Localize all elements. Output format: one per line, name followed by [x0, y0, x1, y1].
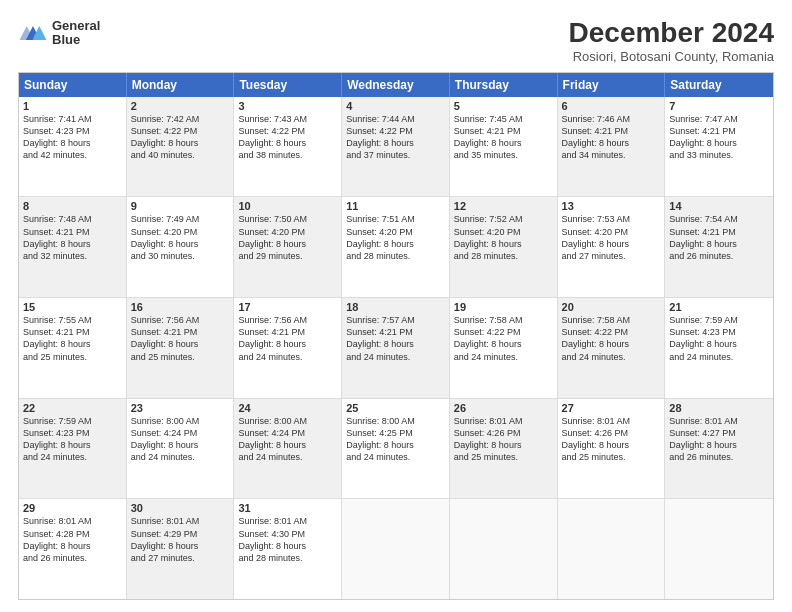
cell-details: Sunrise: 8:01 AM Sunset: 4:30 PM Dayligh…: [238, 515, 337, 564]
cell-details: Sunrise: 7:41 AM Sunset: 4:23 PM Dayligh…: [23, 113, 122, 162]
cell-details: Sunrise: 7:57 AM Sunset: 4:21 PM Dayligh…: [346, 314, 445, 363]
cal-cell-7: 7Sunrise: 7:47 AM Sunset: 4:21 PM Daylig…: [665, 97, 773, 197]
cell-details: Sunrise: 7:53 AM Sunset: 4:20 PM Dayligh…: [562, 213, 661, 262]
cal-cell-5: 5Sunrise: 7:45 AM Sunset: 4:21 PM Daylig…: [450, 97, 558, 197]
day-number: 8: [23, 200, 122, 212]
calendar: SundayMondayTuesdayWednesdayThursdayFrid…: [18, 72, 774, 600]
cal-cell-3: 3Sunrise: 7:43 AM Sunset: 4:22 PM Daylig…: [234, 97, 342, 197]
cal-cell-30: 30Sunrise: 8:01 AM Sunset: 4:29 PM Dayli…: [127, 499, 235, 599]
cal-cell-27: 27Sunrise: 8:01 AM Sunset: 4:26 PM Dayli…: [558, 399, 666, 499]
day-number: 3: [238, 100, 337, 112]
day-number: 15: [23, 301, 122, 313]
cal-cell-2: 2Sunrise: 7:42 AM Sunset: 4:22 PM Daylig…: [127, 97, 235, 197]
day-number: 9: [131, 200, 230, 212]
day-header-thursday: Thursday: [450, 73, 558, 97]
cal-cell-20: 20Sunrise: 7:58 AM Sunset: 4:22 PM Dayli…: [558, 298, 666, 398]
day-number: 18: [346, 301, 445, 313]
cell-details: Sunrise: 7:44 AM Sunset: 4:22 PM Dayligh…: [346, 113, 445, 162]
title-block: December 2024 Rosiori, Botosani County, …: [569, 18, 774, 64]
day-number: 6: [562, 100, 661, 112]
cal-cell-11: 11Sunrise: 7:51 AM Sunset: 4:20 PM Dayli…: [342, 197, 450, 297]
day-number: 12: [454, 200, 553, 212]
cal-cell-15: 15Sunrise: 7:55 AM Sunset: 4:21 PM Dayli…: [19, 298, 127, 398]
cal-cell-24: 24Sunrise: 8:00 AM Sunset: 4:24 PM Dayli…: [234, 399, 342, 499]
day-number: 31: [238, 502, 337, 514]
week-row-2: 8Sunrise: 7:48 AM Sunset: 4:21 PM Daylig…: [19, 196, 773, 297]
cal-cell-14: 14Sunrise: 7:54 AM Sunset: 4:21 PM Dayli…: [665, 197, 773, 297]
day-number: 23: [131, 402, 230, 414]
logo-line2: Blue: [52, 33, 100, 47]
day-number: 21: [669, 301, 769, 313]
day-header-wednesday: Wednesday: [342, 73, 450, 97]
cell-details: Sunrise: 7:52 AM Sunset: 4:20 PM Dayligh…: [454, 213, 553, 262]
logo-icon: [18, 18, 48, 48]
cal-cell-empty-4: [450, 499, 558, 599]
day-number: 7: [669, 100, 769, 112]
cell-details: Sunrise: 7:46 AM Sunset: 4:21 PM Dayligh…: [562, 113, 661, 162]
cal-cell-4: 4Sunrise: 7:44 AM Sunset: 4:22 PM Daylig…: [342, 97, 450, 197]
logo-text: General Blue: [52, 19, 100, 48]
cell-details: Sunrise: 7:45 AM Sunset: 4:21 PM Dayligh…: [454, 113, 553, 162]
page: General Blue December 2024 Rosiori, Boto…: [0, 0, 792, 612]
logo-line1: General: [52, 19, 100, 33]
cell-details: Sunrise: 8:00 AM Sunset: 4:25 PM Dayligh…: [346, 415, 445, 464]
cell-details: Sunrise: 7:43 AM Sunset: 4:22 PM Dayligh…: [238, 113, 337, 162]
day-number: 25: [346, 402, 445, 414]
cal-cell-9: 9Sunrise: 7:49 AM Sunset: 4:20 PM Daylig…: [127, 197, 235, 297]
cal-cell-empty-3: [342, 499, 450, 599]
day-number: 20: [562, 301, 661, 313]
cell-details: Sunrise: 7:42 AM Sunset: 4:22 PM Dayligh…: [131, 113, 230, 162]
cal-cell-empty-6: [665, 499, 773, 599]
week-row-3: 15Sunrise: 7:55 AM Sunset: 4:21 PM Dayli…: [19, 297, 773, 398]
day-number: 2: [131, 100, 230, 112]
day-number: 22: [23, 402, 122, 414]
cell-details: Sunrise: 7:58 AM Sunset: 4:22 PM Dayligh…: [454, 314, 553, 363]
cell-details: Sunrise: 7:56 AM Sunset: 4:21 PM Dayligh…: [238, 314, 337, 363]
cell-details: Sunrise: 7:51 AM Sunset: 4:20 PM Dayligh…: [346, 213, 445, 262]
cal-cell-1: 1Sunrise: 7:41 AM Sunset: 4:23 PM Daylig…: [19, 97, 127, 197]
day-header-monday: Monday: [127, 73, 235, 97]
cal-cell-10: 10Sunrise: 7:50 AM Sunset: 4:20 PM Dayli…: [234, 197, 342, 297]
calendar-body: 1Sunrise: 7:41 AM Sunset: 4:23 PM Daylig…: [19, 97, 773, 599]
week-row-5: 29Sunrise: 8:01 AM Sunset: 4:28 PM Dayli…: [19, 498, 773, 599]
cell-details: Sunrise: 7:58 AM Sunset: 4:22 PM Dayligh…: [562, 314, 661, 363]
week-row-4: 22Sunrise: 7:59 AM Sunset: 4:23 PM Dayli…: [19, 398, 773, 499]
cal-cell-19: 19Sunrise: 7:58 AM Sunset: 4:22 PM Dayli…: [450, 298, 558, 398]
day-number: 1: [23, 100, 122, 112]
day-number: 13: [562, 200, 661, 212]
cell-details: Sunrise: 8:01 AM Sunset: 4:27 PM Dayligh…: [669, 415, 769, 464]
subtitle: Rosiori, Botosani County, Romania: [569, 49, 774, 64]
day-header-saturday: Saturday: [665, 73, 773, 97]
cal-cell-16: 16Sunrise: 7:56 AM Sunset: 4:21 PM Dayli…: [127, 298, 235, 398]
cell-details: Sunrise: 8:01 AM Sunset: 4:26 PM Dayligh…: [454, 415, 553, 464]
day-number: 29: [23, 502, 122, 514]
cell-details: Sunrise: 7:50 AM Sunset: 4:20 PM Dayligh…: [238, 213, 337, 262]
day-header-sunday: Sunday: [19, 73, 127, 97]
day-number: 11: [346, 200, 445, 212]
cell-details: Sunrise: 7:55 AM Sunset: 4:21 PM Dayligh…: [23, 314, 122, 363]
cell-details: Sunrise: 8:01 AM Sunset: 4:26 PM Dayligh…: [562, 415, 661, 464]
cell-details: Sunrise: 7:49 AM Sunset: 4:20 PM Dayligh…: [131, 213, 230, 262]
cal-cell-empty-5: [558, 499, 666, 599]
day-number: 5: [454, 100, 553, 112]
cal-cell-26: 26Sunrise: 8:01 AM Sunset: 4:26 PM Dayli…: [450, 399, 558, 499]
day-number: 26: [454, 402, 553, 414]
week-row-1: 1Sunrise: 7:41 AM Sunset: 4:23 PM Daylig…: [19, 97, 773, 197]
calendar-header: SundayMondayTuesdayWednesdayThursdayFrid…: [19, 73, 773, 97]
cal-cell-12: 12Sunrise: 7:52 AM Sunset: 4:20 PM Dayli…: [450, 197, 558, 297]
cal-cell-31: 31Sunrise: 8:01 AM Sunset: 4:30 PM Dayli…: [234, 499, 342, 599]
day-number: 30: [131, 502, 230, 514]
day-number: 28: [669, 402, 769, 414]
cal-cell-29: 29Sunrise: 8:01 AM Sunset: 4:28 PM Dayli…: [19, 499, 127, 599]
cell-details: Sunrise: 7:54 AM Sunset: 4:21 PM Dayligh…: [669, 213, 769, 262]
day-number: 19: [454, 301, 553, 313]
cell-details: Sunrise: 8:01 AM Sunset: 4:28 PM Dayligh…: [23, 515, 122, 564]
day-number: 17: [238, 301, 337, 313]
day-header-friday: Friday: [558, 73, 666, 97]
cal-cell-28: 28Sunrise: 8:01 AM Sunset: 4:27 PM Dayli…: [665, 399, 773, 499]
logo: General Blue: [18, 18, 100, 48]
cell-details: Sunrise: 8:01 AM Sunset: 4:29 PM Dayligh…: [131, 515, 230, 564]
day-number: 10: [238, 200, 337, 212]
cal-cell-25: 25Sunrise: 8:00 AM Sunset: 4:25 PM Dayli…: [342, 399, 450, 499]
cal-cell-18: 18Sunrise: 7:57 AM Sunset: 4:21 PM Dayli…: [342, 298, 450, 398]
